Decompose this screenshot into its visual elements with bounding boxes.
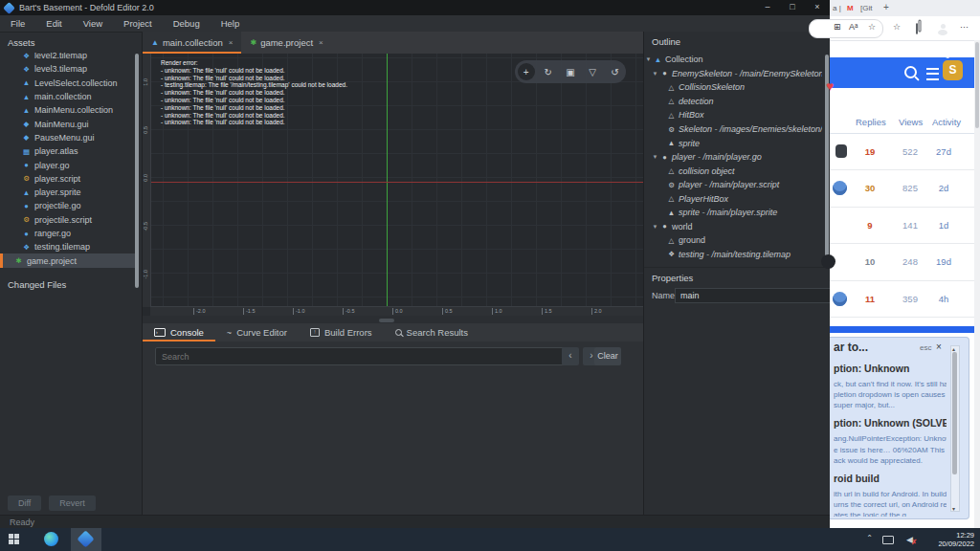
outline-item[interactable]: △ HitBox <box>644 108 822 122</box>
popup-text[interactable]: ption: Unknown <box>834 363 947 374</box>
new-tab-button[interactable]: + <box>883 2 889 12</box>
user-avatar[interactable]: S <box>943 60 963 80</box>
topic-avatar[interactable] <box>833 292 847 306</box>
asset-item[interactable]: ● player.go <box>0 158 135 171</box>
settings-menu-icon[interactable]: ··· <box>960 22 969 32</box>
forum-search-icon[interactable] <box>904 66 917 78</box>
topic-avatar[interactable] <box>833 181 847 195</box>
outline-item[interactable]: ⚙ Skeleton - /images/Enemies/skeleton/Sk… <box>644 122 822 137</box>
popup-text[interactable]: ith url in build for Android. In build f… <box>834 490 947 498</box>
expand-arrow-icon[interactable]: ▼ <box>644 56 653 62</box>
outline-item[interactable]: △ ground <box>644 233 822 248</box>
minimize-button[interactable]: – <box>755 0 780 15</box>
outline-item[interactable]: ▼ ● player - /main/player.go <box>644 150 822 165</box>
topic-row[interactable]: 9 141 1d <box>830 208 980 244</box>
outline-item[interactable]: ❖ testing - /main/testing.tilemap <box>644 248 822 262</box>
column-replies[interactable]: Replies <box>856 117 886 127</box>
asset-item[interactable]: ❖ level2.tilemap <box>0 53 135 62</box>
add-favorite-icon[interactable]: ☆ <box>868 22 876 32</box>
canvas-hscrollbar[interactable] <box>379 319 394 322</box>
browser-scrollbar[interactable] <box>974 40 980 528</box>
popup-text[interactable]: ption: Unknown (SOLVED) <box>834 417 947 429</box>
tab-close-icon[interactable]: × <box>319 38 323 47</box>
console-search-input[interactable] <box>155 347 573 365</box>
popup-scrollbar[interactable]: ▴ ▾ <box>950 345 960 512</box>
document-tab[interactable]: ▲ main.collection × <box>143 32 241 54</box>
popup-close-icon[interactable]: × <box>936 342 942 352</box>
column-views[interactable]: Views <box>899 117 923 127</box>
tab-build-errors[interactable]: ! Build Errors <box>299 323 384 342</box>
scene-tool-icon[interactable]: + <box>518 63 535 80</box>
asset-item[interactable]: ▲ LevelSelect.collection <box>0 77 135 90</box>
menu-item[interactable]: Project <box>113 18 163 29</box>
network-icon[interactable] <box>882 536 894 544</box>
tray-chevron-icon[interactable]: ⌃ <box>866 534 873 542</box>
asset-item[interactable]: ✱ game.project <box>0 253 135 267</box>
gmail-tab-icon[interactable]: M <box>847 4 854 12</box>
popup-text[interactable]: ck, but can't find it now. It's still ha… <box>834 380 947 388</box>
column-activity[interactable]: Activity <box>932 117 961 127</box>
expand-arrow-icon[interactable]: ▼ <box>651 154 659 160</box>
topic-avatar[interactable] <box>821 254 835 269</box>
asset-item[interactable]: ▲ player.sprite <box>0 186 135 199</box>
activity-time[interactable]: 27d <box>930 146 957 157</box>
git-tab[interactable]: [Git <box>860 4 872 12</box>
tab-search-results[interactable]: Search Results <box>384 323 479 342</box>
outline-item[interactable]: △ PlayerHitBox <box>644 191 822 206</box>
menu-item[interactable]: Debug <box>163 18 211 29</box>
scene-canvas[interactable]: 1.00.50.0-0.5-1.0 -2.0-1.5-1.0-0.50.00.5… <box>143 54 643 316</box>
outline-item[interactable]: △ CollisionSkeleton <box>644 80 822 95</box>
outline-item[interactable]: ▼ ▲ Collection <box>644 53 822 67</box>
scene-tool-icon[interactable]: ↺ <box>606 63 623 80</box>
clear-button[interactable]: Clear <box>594 347 621 365</box>
popup-text[interactable]: ang.NullPointerException: Unknown" when <box>834 434 947 443</box>
prev-match-button[interactable]: ‹ <box>562 347 579 365</box>
popup-text[interactable]: ates the logic of the g... <box>834 511 947 517</box>
tab-close-icon[interactable]: × <box>229 38 234 47</box>
favorites-icon[interactable]: ☆ <box>893 22 901 32</box>
asset-item[interactable]: ▲ main.collection <box>0 90 135 103</box>
asset-item[interactable]: ▦ player.atlas <box>0 144 135 158</box>
expand-arrow-icon[interactable]: ▼ <box>651 224 659 230</box>
popup-text[interactable]: e issue is here… 06%20AM This has been <box>834 446 947 454</box>
popup-text[interactable]: ack would be appreciated. <box>834 456 947 465</box>
scene-tool-icon[interactable]: ▣ <box>562 63 579 80</box>
outline-item[interactable]: △ detection <box>644 95 822 109</box>
speaker-muted-icon[interactable]: ◀✗ <box>906 535 913 544</box>
outline-item[interactable]: ▼ ● world <box>644 220 822 234</box>
outline-item[interactable]: △ collision object <box>644 164 822 178</box>
assets-scrollbar[interactable] <box>135 54 139 288</box>
popup-text[interactable]: urns the correct url, on Android returns <box>834 500 947 509</box>
clock[interactable]: 12:29 20/09/2022 <box>938 531 974 548</box>
name-input[interactable] <box>675 288 832 303</box>
tab-curve-editor[interactable]: ~ Curve Editor <box>215 323 299 342</box>
asset-item[interactable]: ⚙ player.script <box>0 172 135 186</box>
outline-item[interactable]: ▼ ● EnemySkeleton - /main/EnemySkeleton.… <box>644 67 822 81</box>
hamburger-menu-icon[interactable] <box>926 68 939 80</box>
asset-item[interactable]: ❖ level3.tilemap <box>0 62 135 76</box>
asset-item[interactable]: ● projectile.go <box>0 199 135 212</box>
menu-item[interactable]: View <box>73 18 113 29</box>
topic-avatar[interactable] <box>835 144 847 158</box>
menu-item[interactable]: Help <box>211 18 251 29</box>
activity-time[interactable]: 1d <box>930 220 957 231</box>
collections-icon[interactable] <box>916 24 918 33</box>
popup-text[interactable]: pletion dropdown is open causes an error <box>834 390 947 399</box>
start-button[interactable] <box>9 534 19 544</box>
topic-row[interactable]: 10 248 19d <box>830 244 980 280</box>
asset-item[interactable]: ⚙ projectile.script <box>0 213 135 227</box>
asset-item[interactable]: ▲ MainMenu.collection <box>0 103 135 117</box>
menu-item[interactable]: Edit <box>35 18 72 29</box>
editor-titlebar[interactable]: Bart's Basement - Defold Editor 2.0 – □ … <box>0 0 830 15</box>
popup-text[interactable]: super major, but... <box>834 401 947 409</box>
read-aloud-icon[interactable]: Aᵃ <box>849 22 858 32</box>
partial-tab[interactable]: a | <box>833 4 841 12</box>
activity-time[interactable]: 19d <box>930 256 957 267</box>
outline-item[interactable]: ⚙ player - /main/player.script <box>644 178 822 192</box>
scene-tool-icon[interactable]: ↻ <box>540 63 557 80</box>
asset-item[interactable]: ◆ PauseMenu.gui <box>0 131 135 144</box>
tab-console[interactable]: › Console <box>143 323 215 342</box>
asset-item[interactable]: ● ranger.go <box>0 227 135 240</box>
asset-item[interactable]: ❖ testing.tilemap <box>0 240 135 253</box>
asset-item[interactable]: ◆ MainMenu.gui <box>0 117 135 130</box>
